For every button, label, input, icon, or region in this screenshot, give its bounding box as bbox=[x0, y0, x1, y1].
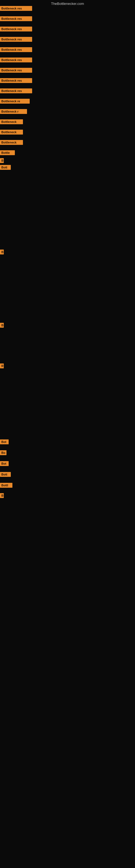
bottleneck-label-8[interactable]: Bottleneck res bbox=[0, 78, 32, 83]
bottleneck-label-26[interactable]: B bbox=[0, 493, 4, 498]
bottleneck-label-10[interactable]: Bottleneck re bbox=[0, 99, 30, 104]
bottleneck-label-13[interactable]: Bottleneck bbox=[0, 130, 23, 134]
bottleneck-label-23[interactable]: Bot bbox=[0, 461, 9, 466]
bottleneck-label-17[interactable]: Bott bbox=[0, 165, 11, 170]
bottleneck-label-4[interactable]: Bottleneck res bbox=[0, 37, 32, 42]
bottleneck-label-11[interactable]: Bottleneck r bbox=[0, 109, 27, 114]
bottleneck-label-7[interactable]: Bottleneck res bbox=[0, 68, 32, 73]
bottleneck-label-16[interactable]: B bbox=[0, 158, 4, 163]
bottleneck-label-24[interactable]: Bott bbox=[0, 472, 11, 477]
bottleneck-label-21[interactable]: Bot bbox=[0, 439, 9, 444]
bottleneck-label-14[interactable]: Bottleneck bbox=[0, 140, 23, 145]
bottleneck-label-12[interactable]: Bottleneck bbox=[0, 119, 23, 124]
bottleneck-label-20[interactable]: R bbox=[0, 364, 4, 368]
bottleneck-label-19[interactable]: B bbox=[0, 323, 4, 328]
bottleneck-label-18[interactable]: B bbox=[0, 250, 4, 254]
bottleneck-label-5[interactable]: Bottleneck res bbox=[0, 47, 32, 52]
bottleneck-label-25[interactable]: Bottl bbox=[0, 483, 12, 488]
bottleneck-label-6[interactable]: Bottleneck res bbox=[0, 58, 32, 62]
bottleneck-label-1[interactable]: Bottleneck res bbox=[0, 6, 32, 11]
bottleneck-label-3[interactable]: Bottleneck res bbox=[0, 27, 32, 31]
bottleneck-label-9[interactable]: Bottleneck res bbox=[0, 88, 32, 93]
bottleneck-label-2[interactable]: Bottleneck res bbox=[0, 16, 32, 21]
bottleneck-label-15[interactable]: Bottle bbox=[0, 150, 15, 155]
bottleneck-label-22[interactable]: Bo bbox=[0, 450, 6, 455]
